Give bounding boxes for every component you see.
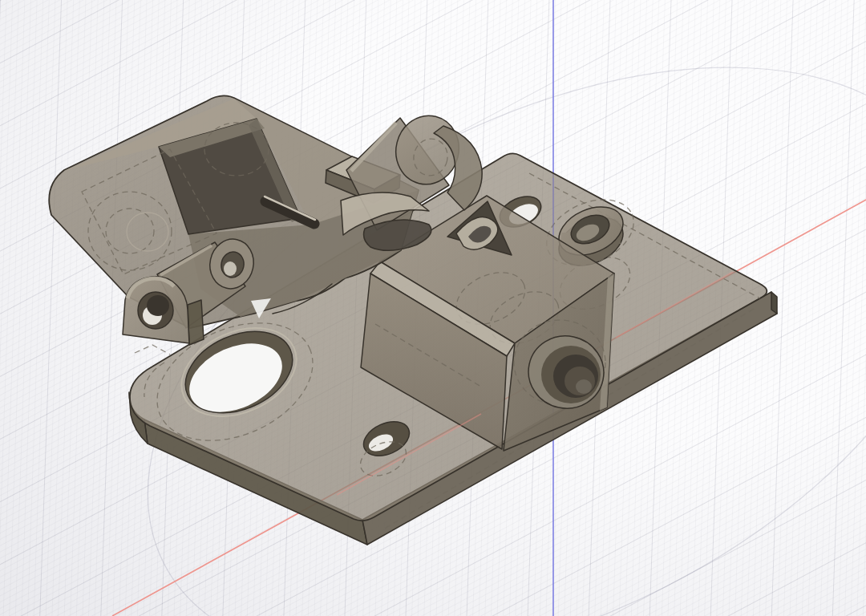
lug-bore-shade (147, 295, 169, 316)
cad-viewport[interactable] (0, 0, 866, 616)
bore-glint (576, 379, 592, 394)
viewport-canvas[interactable] (0, 0, 866, 616)
lug-side[interactable] (188, 300, 204, 345)
barrel-bore-glint (224, 261, 237, 276)
